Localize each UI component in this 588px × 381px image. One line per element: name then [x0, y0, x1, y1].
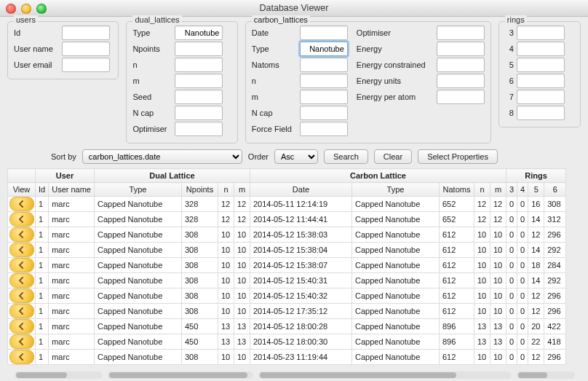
dual-input-seed[interactable]	[175, 90, 223, 104]
rings-label: 6	[505, 76, 514, 85]
rings-input-6[interactable]	[517, 74, 565, 88]
cell: 0	[506, 288, 517, 304]
cell: 10	[218, 273, 234, 288]
cell: 1	[36, 334, 49, 350]
col-header[interactable]: 3	[506, 183, 517, 197]
view-row-button[interactable]	[9, 258, 34, 272]
col-header[interactable]: Type	[351, 183, 439, 197]
col-header[interactable]: 5	[528, 183, 544, 197]
view-row-button[interactable]	[9, 212, 34, 227]
col-header[interactable]: n	[218, 183, 234, 197]
users-legend: users	[14, 15, 38, 24]
scrollbar-rings[interactable]	[517, 372, 575, 379]
cell: 612	[439, 350, 474, 365]
cell: 292	[544, 273, 566, 288]
col-header[interactable]: m	[234, 183, 250, 197]
table-row[interactable]: 1marcCapped Nanotube45013132014-05-12 18…	[8, 334, 566, 350]
dual-input-m[interactable]	[175, 74, 223, 88]
clear-button[interactable]: Clear	[374, 149, 412, 164]
rings-input-5[interactable]	[517, 58, 565, 72]
col-header[interactable]: Id	[36, 183, 49, 197]
col-header[interactable]: n	[474, 183, 490, 197]
window-zoom-button[interactable]	[36, 4, 47, 14]
dual-input-n-cap[interactable]	[175, 106, 223, 120]
carbon-input-type[interactable]	[300, 42, 348, 56]
cell: 1	[36, 288, 49, 304]
view-row-button[interactable]	[9, 273, 34, 288]
carbon-input-energy-units[interactable]	[437, 74, 485, 88]
col-header[interactable]: 4	[517, 183, 528, 197]
view-row-button[interactable]	[9, 304, 34, 318]
carbon-input-energy[interactable]	[437, 42, 485, 56]
col-header[interactable]: Npoints	[181, 183, 218, 197]
rings-input-4[interactable]	[517, 42, 565, 56]
col-header[interactable]: m	[490, 183, 506, 197]
carbon-input-energy-constrained[interactable]	[437, 58, 485, 72]
rings-input-3[interactable]	[517, 25, 565, 40]
table-row[interactable]: 1marcCapped Nanotube32812122014-05-12 11…	[8, 212, 566, 227]
cell: 2014-05-12 15:38:03	[250, 227, 351, 243]
scrollbar-carbon[interactable]	[258, 372, 512, 379]
dual-input-type[interactable]	[175, 25, 223, 40]
cell: 10	[474, 273, 490, 288]
cell: marc	[49, 212, 95, 227]
users-input-user-email[interactable]	[62, 58, 110, 72]
sort-by-select[interactable]: carbon_lattices.date	[82, 149, 242, 164]
table-row[interactable]: 1marcCapped Nanotube30810102014-05-23 11…	[8, 350, 566, 365]
col-header[interactable]: View	[8, 183, 36, 197]
table-row[interactable]: 1marcCapped Nanotube32812122014-05-11 12…	[8, 197, 566, 212]
cell: 0	[517, 319, 528, 334]
view-row-button[interactable]	[9, 319, 34, 334]
col-header[interactable]: Date	[250, 183, 351, 197]
carbon-input-m[interactable]	[300, 90, 348, 104]
order-select[interactable]: Asc	[274, 149, 318, 164]
dual-input-n[interactable]	[175, 58, 223, 72]
search-button[interactable]: Search	[324, 149, 368, 164]
col-header[interactable]: Type	[94, 183, 181, 197]
carbon-input-n[interactable]	[300, 74, 348, 88]
col-header[interactable]: Natoms	[439, 183, 474, 197]
cell: 10	[234, 243, 250, 258]
rings-input-8[interactable]	[517, 106, 565, 120]
carbon-input-force-field[interactable]	[300, 122, 348, 136]
table-row[interactable]: 1marcCapped Nanotube30810102014-05-12 15…	[8, 258, 566, 273]
table-row[interactable]: 1marcCapped Nanotube30810102014-05-12 15…	[8, 243, 566, 258]
view-row-button[interactable]	[9, 227, 34, 242]
users-group: users IdUser nameUser email	[7, 21, 119, 79]
scrollbar-dual[interactable]	[108, 372, 253, 379]
carbon-input-natoms[interactable]	[300, 58, 348, 72]
scrollbar-user[interactable]	[15, 372, 102, 379]
col-header[interactable]: User name	[49, 183, 95, 197]
table-row[interactable]: 1marcCapped Nanotube30810102014-05-12 15…	[8, 273, 566, 288]
dual-lattices-group: dual_lattices TypeNpointsnmSeedN capOpti…	[126, 21, 237, 144]
results-table-scroll[interactable]: UserDual LatticeCarbon LatticeRingsViewI…	[7, 168, 581, 365]
window-close-button[interactable]	[6, 4, 16, 14]
carbon-input-optimiser[interactable]	[437, 25, 485, 40]
select-properties-button[interactable]: Select Properties	[418, 149, 498, 164]
table-row[interactable]: 1marcCapped Nanotube30810102014-05-12 15…	[8, 288, 566, 304]
users-input-user-name[interactable]	[62, 42, 110, 56]
users-input-id[interactable]	[62, 25, 110, 40]
table-row[interactable]: 1marcCapped Nanotube45013132014-05-12 18…	[8, 319, 566, 334]
view-row-button[interactable]	[9, 288, 34, 303]
col-header[interactable]: 6	[544, 183, 566, 197]
view-row-button[interactable]	[9, 243, 34, 257]
carbon-input-n-cap[interactable]	[300, 106, 348, 120]
window-minimize-button[interactable]	[21, 4, 31, 14]
dual-input-optimiser[interactable]	[175, 122, 223, 136]
cell: Capped Nanotube	[94, 304, 181, 319]
rings-input-7[interactable]	[517, 90, 565, 104]
view-row-button[interactable]	[9, 334, 34, 349]
cell: 308	[181, 304, 218, 319]
table-row[interactable]: 1marcCapped Nanotube30810102014-05-12 15…	[8, 227, 566, 243]
cell: 612	[439, 304, 474, 319]
carbon-input-date[interactable]	[300, 25, 348, 40]
carbon-input-energy-per-atom[interactable]	[437, 90, 485, 104]
dual-input-npoints[interactable]	[175, 42, 223, 56]
cell: 13	[474, 319, 490, 334]
view-row-button[interactable]	[9, 197, 34, 211]
col-group: Dual Lattice	[94, 169, 250, 183]
view-row-button[interactable]	[9, 350, 34, 364]
table-row[interactable]: 1marcCapped Nanotube30810102014-05-12 17…	[8, 304, 566, 319]
cell: 12	[528, 288, 544, 304]
